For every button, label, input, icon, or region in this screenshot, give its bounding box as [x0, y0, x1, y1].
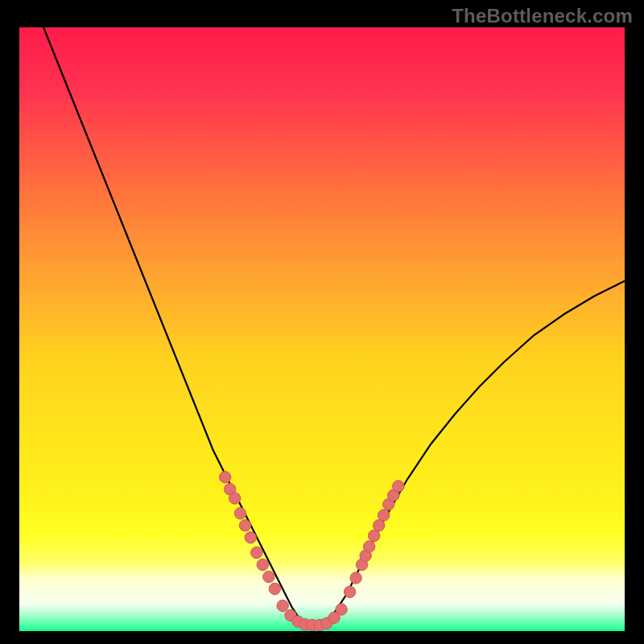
chart-svg [19, 27, 625, 631]
data-dot [257, 559, 268, 570]
data-dot [219, 472, 230, 483]
data-dot [251, 547, 262, 558]
chart-frame: TheBottleneck.com [0, 0, 644, 644]
data-dot [277, 600, 288, 611]
data-dot [234, 508, 246, 519]
data-dot [239, 520, 250, 531]
data-dot [363, 541, 374, 552]
data-dot [336, 604, 347, 615]
data-dot [344, 586, 355, 597]
data-dot [368, 530, 379, 541]
gradient-background [19, 27, 625, 631]
data-dot [378, 510, 390, 521]
plot-area [19, 27, 625, 631]
watermark-text: TheBottleneck.com [452, 5, 633, 27]
data-dot [229, 493, 241, 504]
data-dot [263, 571, 275, 582]
data-dot [373, 520, 384, 531]
data-dot [350, 572, 361, 584]
data-dot [269, 583, 280, 594]
data-dot [393, 481, 404, 492]
data-dot [245, 532, 256, 543]
